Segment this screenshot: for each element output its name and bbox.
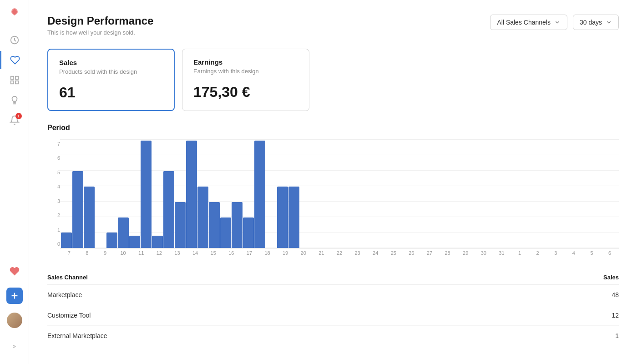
chart-bar[interactable] xyxy=(163,171,174,248)
y-label-3: 3 xyxy=(47,198,60,204)
chart-bar[interactable] xyxy=(152,236,163,248)
x-label: 13 xyxy=(168,250,187,256)
x-label: 24 xyxy=(366,250,384,256)
x-label: 4 xyxy=(565,250,583,256)
chart-bar[interactable] xyxy=(277,187,288,248)
chart-bar[interactable] xyxy=(106,233,117,248)
table-row: Marketplace48 xyxy=(47,285,619,305)
x-label: 7 xyxy=(60,250,78,256)
x-label: 18 xyxy=(258,250,277,256)
x-label: 27 xyxy=(420,250,439,256)
sidebar-item-ideas[interactable] xyxy=(5,91,24,109)
svg-rect-4 xyxy=(10,81,13,84)
period-label: 30 days xyxy=(580,19,602,26)
y-label-7: 7 xyxy=(47,141,60,147)
chart-bar[interactable] xyxy=(288,187,299,248)
x-label: 21 xyxy=(313,250,331,256)
channel-name: Marketplace xyxy=(47,285,501,305)
x-label: 9 xyxy=(96,250,114,256)
sidebar-item-notifications[interactable]: 1 xyxy=(5,111,24,129)
y-label-0: 0 xyxy=(47,241,60,247)
sidebar-item-charts[interactable] xyxy=(5,71,24,89)
page-header: Design Performance This is how well your… xyxy=(47,15,619,36)
sales-card-subtitle: Products sold with this design xyxy=(59,68,163,75)
earnings-card-title: Earnings xyxy=(193,58,298,66)
chart-bar[interactable] xyxy=(72,171,83,248)
sidebar: 1 » xyxy=(0,0,29,364)
sidebar-logo[interactable] xyxy=(9,7,20,20)
channel-name: Customize Tool xyxy=(47,305,501,326)
main-content: Design Performance This is how well your… xyxy=(29,0,637,364)
x-label: 30 xyxy=(475,250,493,256)
chart-body: 7891011121314151617181920212223242526272… xyxy=(60,139,619,256)
channel-sales: 1 xyxy=(501,326,619,346)
sidebar-item-products[interactable] xyxy=(0,51,29,69)
bars-area xyxy=(60,139,619,248)
chart-bar[interactable] xyxy=(141,141,152,248)
x-label: 19 xyxy=(276,250,294,256)
channel-dropdown[interactable]: All Sales Channels xyxy=(490,15,567,30)
chart-bar[interactable] xyxy=(232,202,243,248)
user-avatar[interactable] xyxy=(5,311,24,329)
y-label-1: 1 xyxy=(47,227,60,233)
y-label-5: 5 xyxy=(47,170,60,175)
chevron-down-icon xyxy=(554,19,561,25)
channel-label: All Sales Channels xyxy=(497,19,551,26)
x-label: 3 xyxy=(546,250,565,256)
y-label-4: 4 xyxy=(47,184,60,189)
x-label: 31 xyxy=(493,250,511,256)
svg-rect-1 xyxy=(10,76,13,79)
chart-bar[interactable] xyxy=(254,141,265,248)
metric-cards: Sales Products sold with this design 61 … xyxy=(47,49,619,111)
x-label: 12 xyxy=(150,250,168,256)
expand-sidebar-button[interactable]: » xyxy=(5,337,24,355)
x-label: 1 xyxy=(511,250,529,256)
chart-bar[interactable] xyxy=(209,202,220,248)
chart-bar[interactable] xyxy=(175,202,186,248)
earnings-card-value: 175,30 € xyxy=(193,84,298,101)
avatar-image xyxy=(7,313,22,328)
page-subtitle: This is how well your design sold. xyxy=(47,29,153,36)
col-sales-header: Sales xyxy=(501,270,619,285)
earnings-card-subtitle: Earnings with this design xyxy=(193,68,298,75)
x-label: 14 xyxy=(186,250,204,256)
sales-card[interactable]: Sales Products sold with this design 61 xyxy=(47,49,175,111)
x-label: 20 xyxy=(294,250,313,256)
y-label-6: 6 xyxy=(47,155,60,161)
sidebar-item-favorites[interactable] xyxy=(5,262,24,280)
channel-sales: 48 xyxy=(501,285,619,305)
sidebar-bottom: » xyxy=(5,262,24,357)
channel-sales: 12 xyxy=(501,305,619,326)
chart-bar[interactable] xyxy=(220,217,231,248)
sidebar-item-analytics[interactable] xyxy=(5,31,24,49)
chart-bar[interactable] xyxy=(118,217,129,248)
table-row: Customize Tool12 xyxy=(47,305,619,326)
sidebar-item-add[interactable] xyxy=(6,288,23,304)
period-dropdown[interactable]: 30 days xyxy=(573,15,619,30)
chart-bar[interactable] xyxy=(129,236,140,248)
x-axis: 7891011121314151617181920212223242526272… xyxy=(60,250,619,256)
page-title-group: Design Performance This is how well your… xyxy=(47,15,153,36)
x-label: 11 xyxy=(132,250,150,256)
x-label: 17 xyxy=(240,250,258,256)
y-label-2: 2 xyxy=(47,212,60,218)
header-controls: All Sales Channels 30 days xyxy=(490,15,619,30)
x-label: 2 xyxy=(529,250,547,256)
x-label: 22 xyxy=(330,250,349,256)
table-row: External Marketplace1 xyxy=(47,326,619,346)
svg-rect-3 xyxy=(15,81,18,84)
chart-bar[interactable] xyxy=(84,187,95,248)
bars-inner xyxy=(60,139,619,248)
earnings-card[interactable]: Earnings Earnings with this design 175,3… xyxy=(182,49,309,111)
x-label: 26 xyxy=(403,250,421,256)
chart-bar[interactable] xyxy=(61,233,72,248)
col-channel-header: Sales Channel xyxy=(47,270,501,285)
x-label: 5 xyxy=(583,250,601,256)
x-label: 8 xyxy=(78,250,96,256)
chart-bar[interactable] xyxy=(197,187,208,248)
x-label: 6 xyxy=(601,250,619,256)
chart-bar[interactable] xyxy=(243,217,254,248)
chart-bar[interactable] xyxy=(186,141,197,248)
x-label: 15 xyxy=(204,250,222,256)
sales-card-value: 61 xyxy=(59,84,163,101)
